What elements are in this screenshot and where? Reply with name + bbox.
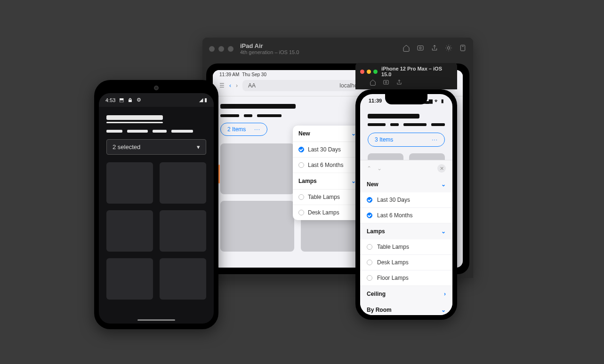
sheet-section-header[interactable]: By Room ⌄ [360,302,452,315]
filter-option[interactable]: Last 30 Days [293,142,362,158]
home-icon[interactable] [370,79,376,87]
option-label: Desk Lamps [308,209,339,216]
filter-count: 2 Items [227,126,246,133]
product-card[interactable] [220,201,294,252]
share-icon[interactable] [431,44,438,54]
window-close-button[interactable] [209,46,215,52]
iphone-titlebar: iPhone 12 Pro Max – iOS 15.0 [355,63,457,89]
screenshot-icon[interactable] [383,79,389,87]
notification-icon: ⬒ [119,97,124,103]
filter-option[interactable]: Desk Lamps [360,255,452,270]
radio-checked-icon [367,213,372,218]
window-zoom-button[interactable] [373,70,378,74]
window-traffic-lights[interactable] [209,46,234,52]
share-icon[interactable] [396,79,403,87]
iphone-screen: 11:39 ▂▄▆ ᯤ ▮ 3 Items ··· [360,94,452,315]
battery-icon: ▮ [204,97,207,103]
sheet-section-header[interactable]: Lamps ⌄ [360,223,452,239]
svg-rect-3 [460,45,465,51]
window-zoom-button[interactable] [228,46,234,52]
text-size-control[interactable]: AA [248,82,256,89]
sheet-nav-down-icon[interactable]: ⌄ [377,165,382,172]
radio-checked-icon [367,197,372,203]
filter-option[interactable]: Table Lamps [293,190,362,205]
page-title-skeleton [368,114,419,119]
signal-icon: ◢ [199,97,203,103]
window-close-button[interactable] [360,70,364,74]
radio-checked-icon [298,147,304,152]
breadcrumb-skeleton [368,123,445,126]
chevron-right-icon: › [444,291,446,297]
option-label: Desk Lamps [377,259,409,266]
popover-section-header[interactable]: Lamps ⌄ [293,173,362,190]
sheet-nav-up-icon[interactable]: ⌃ [367,165,371,172]
filter-option[interactable]: Desk Lamps [293,205,362,220]
filter-option[interactable]: Last 30 Days [360,192,452,208]
option-label: Last 30 Days [377,197,410,203]
page-title-skeleton [220,104,296,109]
sheet-section-header[interactable]: Ceiling › [360,286,452,302]
product-card[interactable] [220,143,294,194]
sheet-section-header[interactable]: New ⌄ [360,176,452,192]
filter-menu-icon[interactable]: ··· [432,136,438,143]
radio-icon [298,162,304,168]
section-title: Ceiling [367,291,386,297]
radio-icon [298,194,304,200]
android-screen: 4:53 ⬒ 🔒︎ ⚙ ◢ ▮ 2 selected ▾ [99,93,214,324]
wifi-icon: ᯤ [435,98,439,103]
filter-pill[interactable]: 3 Items ··· [368,133,445,147]
filter-menu-icon[interactable]: ··· [254,126,260,133]
iphone-device-frame: 11:39 ▂▄▆ ᯤ ▮ 3 Items ··· [355,89,457,320]
chevron-down-icon: ⌄ [441,228,446,235]
product-card[interactable] [106,162,153,204]
filter-select[interactable]: 2 selected ▾ [106,139,206,155]
page-title-skeleton [106,115,163,120]
brightness-icon[interactable] [445,44,452,54]
section-title: Lamps [367,228,385,235]
forward-icon[interactable]: › [236,82,238,89]
filter-count: 3 Items [375,136,393,143]
radio-icon [298,210,304,215]
product-card[interactable] [160,162,206,204]
chevron-down-icon: ⌄ [441,307,446,313]
iphone-simulator-window: iPhone 12 Pro Max – iOS 15.0 11:39 ▂▄▆ ᯤ… [355,63,457,320]
product-card[interactable] [106,258,153,300]
home-indicator[interactable] [137,319,175,321]
android-status-bar: 4:53 ⬒ 🔒︎ ⚙ ◢ ▮ [99,93,214,107]
screenshot-icon[interactable] [417,44,424,54]
close-icon[interactable]: ✕ [437,164,446,173]
chevron-down-icon: ▾ [197,143,200,150]
ipad-device-detail: 4th generation – iOS 15.0 [240,49,403,55]
sidebar-icon[interactable]: ☰ [219,82,225,89]
select-value: 2 selected [113,143,140,150]
status-time: 4:53 [105,97,115,103]
window-traffic-lights[interactable] [360,70,378,74]
breadcrumb-skeleton [106,130,206,133]
filter-option[interactable]: Table Lamps [360,239,452,255]
status-date: Thu Sep 30 [242,72,266,77]
iphone-device-name: iPhone 12 Pro Max – iOS 15.0 [381,66,452,77]
sheet-handle-row: ⌃ ⌄ ✕ [360,160,452,176]
filter-sheet: ⌃ ⌄ ✕ New ⌄ Last 30 Days [360,160,452,315]
rotate-icon[interactable] [459,44,467,54]
window-minimize-button[interactable] [218,46,224,52]
product-card[interactable] [160,258,206,300]
product-card[interactable] [160,210,206,252]
section-title: New [367,181,379,188]
lock-icon: 🔒︎ [128,97,133,103]
filter-pill[interactable]: 2 Items ··· [220,123,267,136]
popover-section-header[interactable]: New ⌄ [293,126,362,142]
filter-option[interactable]: Last 6 Months [360,208,452,223]
filter-option[interactable]: Last 6 Months [293,158,362,173]
section-title: By Room [367,307,392,313]
android-device-frame: 4:53 ⬒ 🔒︎ ⚙ ◢ ▮ 2 selected ▾ [94,80,218,329]
filter-option[interactable]: Floor Lamps [360,270,452,286]
home-icon[interactable] [403,44,410,54]
window-minimize-button[interactable] [367,70,371,74]
product-card[interactable] [106,210,153,252]
back-icon[interactable]: ‹ [229,82,231,89]
svg-rect-0 [418,46,423,50]
power-button[interactable] [218,165,220,183]
iphone-notch [385,94,427,104]
radio-icon [367,260,372,265]
